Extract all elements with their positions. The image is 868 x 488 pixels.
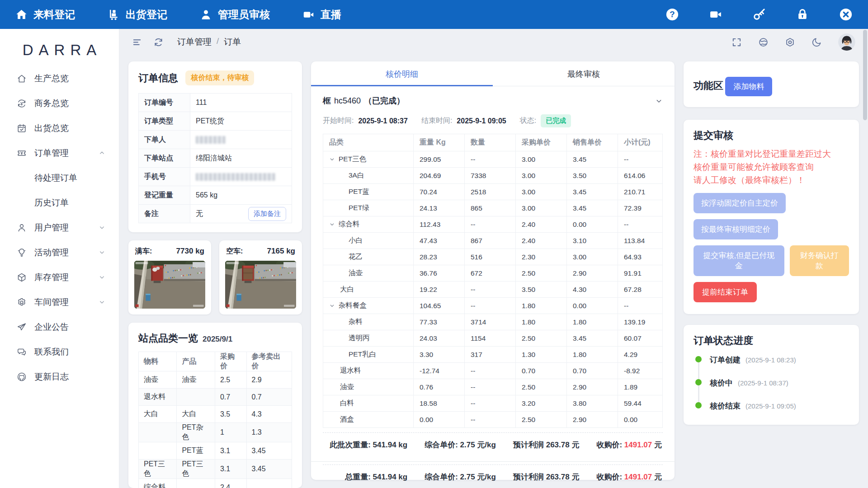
chevron-down-icon [99, 274, 105, 281]
nav-item-3[interactable]: 直播 [302, 8, 341, 22]
pricing-cell-subtotal: 67.28 [618, 282, 663, 298]
category-name: PET三色 [339, 155, 366, 164]
summary-label: 此批次重量: [330, 441, 371, 449]
sidebar-item-3[interactable]: 订单管理 [0, 141, 119, 165]
add-note-button[interactable]: 添加备注 [248, 207, 286, 221]
pricing-cell-qty: -- [465, 282, 516, 298]
order-field-label: 订单编号 [139, 94, 190, 112]
pricing-cell-qty: 865 [465, 200, 516, 216]
chevron-down-icon[interactable] [329, 221, 335, 227]
sidebar-subitem[interactable]: 待处理订单 [0, 165, 119, 190]
pricing-row-child: 油壶36.766722.502.9091.91 [323, 265, 663, 282]
sidebar-item-2[interactable]: 出货总览 [0, 116, 119, 141]
order-field-value: 无 [196, 209, 203, 219]
nav-item-2[interactable]: 管理员审核 [200, 8, 270, 22]
lock-icon[interactable] [796, 8, 809, 21]
pricing-cell-sell: 0.00 [567, 216, 618, 233]
sidebar-item-0[interactable]: 生产总览 [0, 66, 119, 91]
pricing-cell-buy: 3.00 [516, 151, 567, 168]
pricing-cell-subtotal: -- [618, 298, 663, 314]
pricing-cell-subtotal: 72.39 [618, 200, 663, 216]
pricing-row-child: 杂料77.3337141.801.80139.19 [323, 314, 663, 330]
key-icon[interactable] [752, 8, 766, 21]
sidebar-item-9[interactable]: 联系我们 [0, 339, 119, 364]
github-icon [17, 372, 27, 382]
status-complete-badge: 已完成 [541, 114, 571, 127]
breadcrumb-section[interactable]: 订单管理 [177, 36, 212, 48]
box-header[interactable]: 框 hc5460 （已完成） [311, 86, 675, 108]
sidebar-item-1[interactable]: 商务总览 [0, 91, 119, 116]
summary-label: 总重量: [345, 473, 371, 481]
station-row: PET三色PET三色3.13.45 [139, 460, 292, 479]
pricing-cell-sell: 1.80 [567, 347, 618, 363]
progress-step: 核价结束(2025-9-1 09:05) [695, 401, 849, 411]
pricing-cell-weight: 47.43 [414, 233, 465, 249]
station-cell: 3.1 [215, 460, 246, 479]
summary-label: 预计利润 [513, 441, 544, 449]
chevron-down-icon[interactable] [329, 156, 335, 162]
nav-item-1[interactable]: 出货登记 [108, 8, 167, 22]
help-icon[interactable]: ? [665, 8, 679, 21]
sidebar-item-5[interactable]: 活动管理 [0, 240, 119, 265]
tab-pricing-detail[interactable]: 核价明细 [311, 61, 493, 86]
summary-value: 263.78 元 [546, 441, 580, 449]
sidebar-subitem[interactable]: 历史订单 [0, 190, 119, 215]
sidebar-item-6[interactable]: 库存管理 [0, 265, 119, 290]
category-name: 3A白 [349, 171, 364, 179]
category-name: PET乳白 [349, 350, 376, 358]
sidebar-item-8[interactable]: 企业公告 [0, 314, 119, 339]
summary-label: 综合单价: [425, 473, 458, 481]
pricing-cell-sell: 3.00 [567, 249, 618, 265]
pricing-cell-qty: -- [465, 379, 516, 395]
order-info-row: 订单编号111 [139, 94, 292, 112]
pricing-cell-buy: 3.20 [516, 395, 567, 412]
sidebar-item-10[interactable]: 更新日志 [0, 364, 119, 389]
settings-icon[interactable] [785, 37, 795, 47]
station-col-header: 产品 [177, 352, 215, 371]
review-action-button[interactable]: 财务确认打款 [790, 245, 849, 276]
pricing-cell-qty: -- [465, 412, 516, 428]
vehicle-photo[interactable] [225, 261, 296, 309]
scrollbar-thumb[interactable] [863, 30, 867, 120]
sidebar-item-4[interactable]: 用户管理 [0, 215, 119, 240]
pricing-row-child: 小白47.438672.403.10113.84 [323, 233, 663, 249]
order-field-value: 绵阳涪城站 [196, 154, 232, 163]
fullscreen-icon[interactable] [731, 37, 742, 47]
summary-value: 263.78 元 [546, 473, 580, 481]
station-row: PET杂色11.3 [139, 423, 292, 442]
summary-value: 541.94 kg [373, 473, 408, 481]
chevron-down-icon[interactable] [329, 303, 335, 309]
collapse-sidebar-icon[interactable] [132, 37, 142, 47]
camera-icon[interactable] [709, 8, 722, 21]
sidebar-item-label: 库存管理 [34, 272, 69, 283]
pricing-cell-weight: 0.00 [414, 412, 465, 428]
bulb-icon [17, 248, 27, 258]
pricing-cell-buy: 3.00 [516, 184, 567, 200]
tab-final-review[interactable]: 最终审核 [493, 61, 675, 86]
redacted-value [196, 173, 275, 181]
add-material-button[interactable]: 添加物料 [725, 77, 772, 96]
station-cell: 油壶 [177, 371, 215, 389]
review-action-button[interactable]: 按最终审核明细定价 [693, 219, 778, 239]
user-avatar[interactable] [838, 33, 855, 51]
nav-item-0[interactable]: 来料登记 [15, 8, 75, 22]
refresh-icon[interactable] [153, 37, 164, 47]
vehicle-weight: 7730 kg [176, 247, 204, 256]
review-action-button[interactable]: 提交审核,但是已付现金 [693, 245, 784, 276]
review-action-button[interactable]: 按浮动固定价自主定价 [693, 193, 786, 213]
pricing-cell-qty: 7338 [465, 168, 516, 184]
submit-review-card: 提交审核 注：核价重量对比登记重量差距过大核价重量可能被允许被顾客查询请人工修改… [684, 120, 859, 314]
sidebar-item-7[interactable]: 车间管理 [0, 290, 119, 314]
pricing-cell-sell: 3.80 [567, 395, 618, 412]
close-icon[interactable] [839, 8, 853, 21]
station-col-header: 物料 [139, 352, 177, 371]
review-warning-note: 注：核价重量对比登记重量差距过大核价重量可能被允许被顾客查询请人工修改（最终审核… [693, 148, 849, 187]
order-field-value: PET统货 [196, 117, 224, 126]
pricing-cell-weight: 77.33 [414, 314, 465, 330]
vehicle-photo[interactable] [134, 261, 205, 309]
chevron-down-icon[interactable] [655, 97, 663, 105]
app-logo: DARRA [0, 29, 119, 66]
review-action-button[interactable]: 提前结束订单 [693, 282, 757, 302]
moon-icon[interactable] [811, 37, 822, 47]
globe-icon[interactable] [758, 37, 769, 47]
